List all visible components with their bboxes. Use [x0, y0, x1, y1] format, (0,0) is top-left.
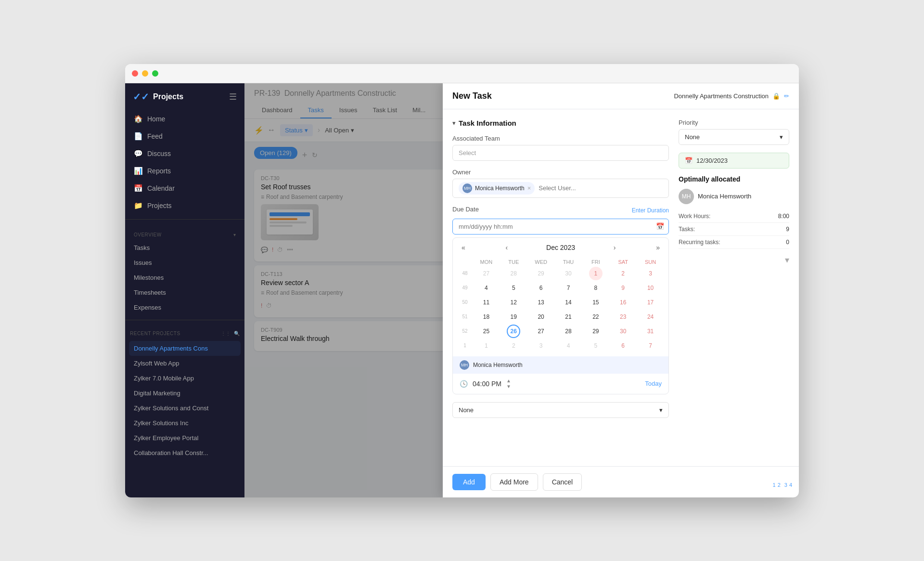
cal-day-dec17[interactable]: 17: [644, 296, 657, 309]
cal-day-dec2[interactable]: 2: [616, 267, 630, 280]
cal-next-year-button[interactable]: »: [654, 243, 662, 252]
cal-day-dec6[interactable]: 6: [534, 281, 548, 295]
sidebar-sub-tasks[interactable]: Tasks: [129, 240, 241, 255]
cal-day-dec7[interactable]: 7: [562, 281, 575, 295]
cal-prev-month-button[interactable]: ‹: [504, 243, 510, 252]
logo-icon: ✓✓: [133, 91, 149, 103]
recent-project-collaboration[interactable]: Collaboration Hall Constr...: [129, 445, 241, 460]
sidebar-item-calendar-label: Calendar: [147, 184, 175, 192]
collapse-icon[interactable]: ▾: [452, 119, 456, 127]
recent-project-inc[interactable]: Zylker Solutions Inc: [129, 416, 241, 431]
cal-day-nov27[interactable]: 27: [479, 267, 493, 280]
add-button[interactable]: Add: [452, 474, 486, 490]
week-num-52: 52: [458, 325, 472, 338]
cal-day-dec19[interactable]: 19: [507, 310, 520, 324]
cal-day-nov28[interactable]: 28: [507, 267, 520, 280]
sidebar-item-calendar[interactable]: 📅 Calendar: [129, 180, 241, 197]
sidebar-item-home[interactable]: 🏠 Home: [129, 110, 241, 128]
cal-day-dec3[interactable]: 3: [644, 267, 657, 280]
cal-day-dec28[interactable]: 28: [562, 325, 575, 338]
cal-day-dec27[interactable]: 27: [534, 325, 548, 338]
cal-day-dec23[interactable]: 23: [616, 310, 630, 324]
associated-team-placeholder: Select: [459, 149, 476, 157]
cal-day-dec8[interactable]: 8: [589, 281, 603, 295]
cal-day-nov29[interactable]: 29: [534, 267, 548, 280]
home-icon: 🏠: [134, 115, 142, 123]
cal-day-dec11[interactable]: 11: [479, 296, 493, 309]
recent-project-donnelly[interactable]: Donnelly Apartments Cons: [129, 341, 241, 356]
owner-input-field[interactable]: MH Monica Hemsworth ×: [452, 179, 669, 198]
sidebar-item-projects[interactable]: 📁 Projects: [129, 197, 241, 214]
cal-day-dec16[interactable]: 16: [616, 296, 630, 309]
sidebar-item-discuss[interactable]: 💬 Discuss: [129, 145, 241, 162]
project-section-label: Overview ▾: [129, 224, 241, 240]
cal-day-dec13[interactable]: 13: [534, 296, 548, 309]
cal-day-dec14[interactable]: 14: [562, 296, 575, 309]
expand-chevron-icon[interactable]: ▾: [785, 255, 789, 265]
cal-day-dec5[interactable]: 5: [507, 281, 520, 295]
cal-next-month-button[interactable]: ›: [612, 243, 618, 252]
cal-day-dec25[interactable]: 25: [479, 325, 493, 338]
sidebar-sub-issues[interactable]: Issues: [129, 255, 241, 270]
recent-project-zylsoft[interactable]: Zylsoft Web App: [129, 356, 241, 371]
priority-select[interactable]: None ▾: [679, 129, 789, 145]
cal-day-dec9[interactable]: 9: [616, 281, 630, 295]
recent-project-employee[interactable]: Zylker Employee Portal: [129, 431, 241, 445]
sidebar-item-feed[interactable]: 📄 Feed: [129, 128, 241, 145]
none-chevron: ▾: [659, 406, 663, 414]
sidebar-sub-timesheets[interactable]: Timesheets: [129, 285, 241, 300]
cal-day-dec10[interactable]: 10: [644, 281, 657, 295]
cal-day-jan6[interactable]: 6: [616, 339, 630, 352]
cal-day-dec24[interactable]: 24: [644, 310, 657, 324]
date-input[interactable]: [452, 219, 669, 235]
cal-day-nov30[interactable]: 30: [562, 267, 575, 280]
today-button[interactable]: Today: [645, 380, 662, 387]
cal-day-dec29[interactable]: 29: [589, 325, 603, 338]
cal-day-jan3[interactable]: 3: [534, 339, 548, 352]
sidebar-item-reports[interactable]: 📊 Reports: [129, 162, 241, 180]
owner-remove-button[interactable]: ×: [527, 184, 531, 192]
cal-day-jan5[interactable]: 5: [589, 339, 603, 352]
cal-day-dec22[interactable]: 22: [589, 310, 603, 324]
cal-day-dec30[interactable]: 30: [616, 325, 630, 338]
cal-day-dec4[interactable]: 4: [479, 281, 493, 295]
cal-day-dec26[interactable]: 26: [507, 325, 520, 338]
cal-prev-year-button[interactable]: «: [460, 243, 467, 252]
cal-day-dec31[interactable]: 31: [644, 325, 657, 338]
recent-projects-search-icon[interactable]: 🔍: [234, 331, 240, 336]
associated-team-select[interactable]: Select: [452, 145, 669, 161]
cal-day-jan7[interactable]: 7: [644, 339, 657, 352]
recent-project-digital[interactable]: Digital Marketing: [129, 386, 241, 401]
time-down-button[interactable]: ▼: [506, 384, 511, 389]
edit-icon[interactable]: ✏: [784, 92, 789, 100]
calendar-picker-icon[interactable]: 📅: [656, 222, 664, 230]
cal-day-dec15[interactable]: 15: [589, 296, 603, 309]
cal-day-dec18[interactable]: 18: [479, 310, 493, 324]
owner-search-input[interactable]: [539, 184, 663, 192]
recent-project-zylker70[interactable]: Zylker 7.0 Mobile App: [129, 371, 241, 386]
sidebar-sub-milestones[interactable]: Milestones: [129, 270, 241, 285]
cal-day-jan1[interactable]: 1: [479, 339, 493, 352]
close-button[interactable]: [132, 70, 138, 77]
recent-project-solutions[interactable]: Zylker Solutions and Const: [129, 401, 241, 416]
lock-icon[interactable]: 🔒: [772, 92, 780, 100]
owner-name: Monica Hemsworth: [475, 185, 525, 192]
cancel-button[interactable]: Cancel: [543, 473, 582, 491]
cal-day-jan2[interactable]: 2: [507, 339, 520, 352]
cal-day-jan4[interactable]: 4: [562, 339, 575, 352]
sidebar-menu-icon[interactable]: ☰: [229, 91, 237, 102]
cal-day-dec1[interactable]: 1: [589, 267, 603, 280]
maximize-button[interactable]: [152, 70, 158, 77]
cal-day-dec21[interactable]: 21: [562, 310, 575, 324]
cal-day-dec12[interactable]: 12: [507, 296, 520, 309]
enter-duration-link[interactable]: Enter Duration: [632, 207, 669, 214]
owner-tag: MH Monica Hemsworth ×: [459, 182, 535, 195]
add-more-button[interactable]: Add More: [490, 473, 538, 491]
none-field[interactable]: None ▾: [452, 402, 669, 418]
cal-day-dec20[interactable]: 20: [534, 310, 548, 324]
time-up-button[interactable]: ▲: [506, 378, 511, 383]
recent-projects-menu-icon[interactable]: ⋮⋮: [221, 331, 231, 336]
sidebar-sub-expenses[interactable]: Expenses: [129, 300, 241, 315]
priority-chevron-icon: ▾: [780, 133, 783, 141]
minimize-button[interactable]: [142, 70, 148, 77]
